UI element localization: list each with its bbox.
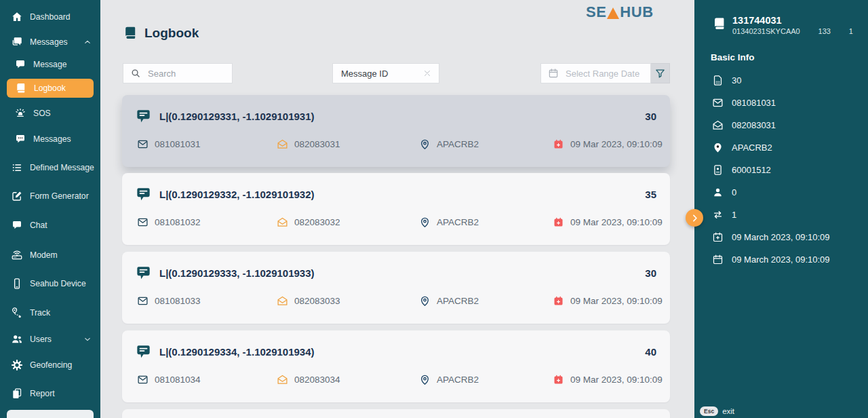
sidebar-item-message[interactable]: Message: [0, 55, 100, 74]
chat-plus-icon: [11, 219, 23, 231]
card-code: APACRB2: [419, 136, 479, 151]
filter-button[interactable]: [651, 63, 670, 83]
users-icon: [11, 333, 23, 345]
comment-bubble-icon: [136, 265, 151, 280]
envelope-open-icon: [277, 216, 288, 228]
calendar-icon: [548, 68, 559, 79]
sidebar-item-label: Messages: [30, 37, 68, 47]
calendar-plus-icon: [553, 295, 564, 307]
location-pin-icon: [419, 216, 431, 228]
panel-subheader: 01340231SKYCAA0 133 1: [732, 27, 853, 35]
to-value: 082083033: [294, 296, 340, 306]
card-title: L|(0.1290129331, -1.1029101931): [159, 111, 315, 122]
card-header: L|(0.1290129334, -1.1029101934) 40: [136, 343, 656, 360]
sidebar-item-form-generator[interactable]: Form Generator: [0, 187, 100, 206]
form-edit-icon: [11, 190, 23, 202]
search-input[interactable]: [146, 68, 232, 79]
sidebar-item-label: Seahub Device: [30, 279, 86, 288]
code-value: APACRB2: [437, 139, 479, 149]
info-row-to: 082083031: [712, 117, 776, 133]
sidebar-item-seahub-device[interactable]: Seahub Device: [0, 274, 100, 293]
sidebar-item-modem[interactable]: Modem: [0, 246, 100, 265]
date-value: 09 Mar 2023, 09:10:09: [570, 296, 663, 306]
logbook-card[interactable]: L|(0.1290129331, -1.1029101931) 30 08108…: [122, 95, 670, 167]
info-row-code: APACRB2: [712, 139, 772, 155]
info-value: 09 March 2023, 09:10:09: [732, 232, 830, 242]
sidebar-item-report[interactable]: Report: [0, 384, 100, 403]
left-sidebar: Dashboard Messages Message Logbook SOS M…: [0, 0, 100, 418]
calendar-plus-icon: [553, 216, 564, 228]
logbook-card[interactable]: L|(0.1290129332, -1.1029101932) 35 08108…: [122, 173, 670, 245]
sidebar-item-label: Report: [30, 389, 55, 398]
esc-hint-label: exit: [722, 407, 734, 415]
logbook-icon: [123, 25, 138, 41]
sidebar-item-defined-message[interactable]: Defined Message: [0, 158, 100, 177]
logbook-card[interactable]: L|(0.1290129334, -1.1029101934) 40 08108…: [122, 330, 670, 402]
esc-hint: Esc exit: [700, 406, 734, 416]
card-from: 081081034: [137, 372, 201, 387]
card-from: 081081031: [137, 136, 201, 151]
page-header: Logbook: [123, 25, 199, 41]
info-row-updated-date: 09 March 2023, 09:10:09: [712, 251, 830, 267]
from-value: 081081032: [155, 217, 201, 227]
panel-collapse-button[interactable]: [686, 209, 703, 227]
card-header: L|(0.1290129331, -1.1029101931) 30: [136, 107, 656, 125]
calendar-plus-icon: [553, 374, 564, 385]
info-value: 1: [732, 210, 736, 220]
info-value: 30: [732, 75, 741, 86]
sidebar-item-label: Track: [30, 308, 50, 318]
card-code: APACRB2: [419, 293, 479, 308]
logbook-card-partial[interactable]: [122, 409, 670, 418]
card-count: 30: [645, 267, 656, 279]
location-pin-icon: [419, 295, 431, 307]
card-date: 09 Mar 2023, 09:10:09: [553, 293, 663, 308]
funnel-icon: [654, 68, 666, 79]
from-value: 081081033: [155, 296, 201, 306]
clear-filter-icon[interactable]: [422, 69, 432, 78]
to-value: 082083032: [294, 217, 340, 227]
logbook-card[interactable]: L|(0.1290129333, -1.1029101933) 30 08108…: [122, 252, 670, 324]
info-value: 082083031: [732, 120, 776, 130]
date-value: 09 Mar 2023, 09:10:09: [570, 217, 663, 227]
sidebar-item-messages[interactable]: Messages: [0, 130, 100, 149]
envelope-open-icon: [712, 119, 724, 131]
logbook-icon: [15, 82, 27, 94]
code-value: APACRB2: [437, 375, 479, 385]
card-to: 082083032: [277, 214, 340, 229]
info-value: 60001512: [732, 165, 771, 175]
card-count: 35: [645, 189, 656, 200]
to-value: 082083031: [294, 139, 340, 149]
logo-text-hub: HUB: [620, 5, 653, 20]
sidebar-item-label: Geofencing: [30, 360, 72, 370]
basic-info-heading: Basic Info: [711, 52, 755, 62]
home-icon: [11, 11, 23, 23]
info-value: APACRB2: [732, 142, 772, 153]
card-date: 09 Mar 2023, 09:10:09: [553, 214, 663, 229]
sidebar-item-sos[interactable]: SOS: [0, 104, 100, 123]
card-to: 082083033: [277, 293, 340, 308]
sidebar-bottom-partial-item[interactable]: [7, 410, 94, 418]
sidebar-item-users[interactable]: Users: [0, 330, 100, 349]
comment-bubble-icon: [136, 109, 151, 124]
info-value: 09 March 2023, 09:10:09: [732, 254, 830, 265]
date-range-input[interactable]: [564, 68, 650, 79]
sidebar-item-label: SOS: [33, 109, 51, 118]
messages-icon: [11, 36, 23, 48]
exchange-arrows-icon: [712, 209, 724, 221]
chevron-up-icon: [83, 38, 92, 46]
panel-record-id: 131744031: [732, 15, 782, 26]
sidebar-item-logbook[interactable]: Logbook: [7, 79, 94, 98]
sidebar-item-track[interactable]: Track: [0, 303, 100, 322]
panel-stat-2: 1: [849, 27, 853, 35]
sidebar-item-dashboard[interactable]: Dashboard: [0, 7, 100, 26]
message-id-value: Message ID: [341, 69, 388, 79]
report-icon: [11, 387, 23, 400]
sidebar-item-messages-group[interactable]: Messages: [0, 33, 100, 52]
message-id-filter[interactable]: Message ID: [332, 63, 439, 83]
sidebar-item-chat[interactable]: Chat: [0, 216, 100, 235]
search-field: [123, 63, 233, 83]
card-count: 40: [645, 346, 656, 358]
sidebar-item-label: Dashboard: [30, 12, 71, 22]
sidebar-item-geofencing[interactable]: Geofencing: [0, 356, 100, 375]
card-to: 082083034: [277, 372, 340, 387]
